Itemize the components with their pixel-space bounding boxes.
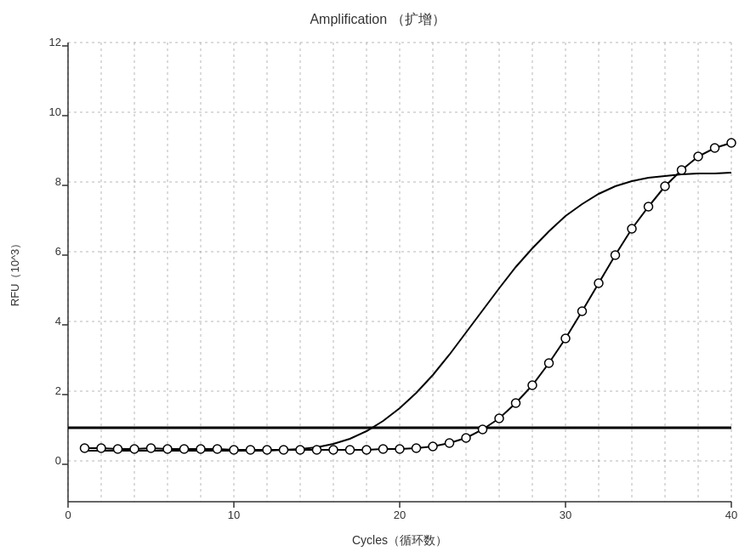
svg-text:0: 0 [65, 509, 71, 521]
svg-point-63 [412, 444, 421, 452]
svg-text:10: 10 [228, 509, 240, 521]
svg-point-49 [180, 445, 189, 453]
svg-text:30: 30 [560, 509, 571, 521]
svg-point-78 [661, 182, 669, 190]
svg-point-58 [329, 446, 338, 454]
svg-point-61 [379, 445, 388, 453]
svg-point-67 [479, 425, 487, 434]
svg-point-48 [163, 445, 172, 453]
svg-point-71 [545, 359, 554, 367]
svg-point-68 [495, 414, 503, 423]
svg-point-69 [512, 399, 520, 407]
svg-text:6: 6 [55, 245, 61, 258]
svg-point-72 [561, 334, 570, 343]
svg-point-44 [97, 444, 105, 452]
svg-point-55 [280, 446, 288, 454]
svg-point-50 [196, 445, 205, 453]
svg-text:2: 2 [55, 384, 61, 397]
x-axis-label: Cycles（循环数） [352, 533, 447, 547]
svg-point-81 [711, 144, 719, 152]
svg-point-53 [247, 446, 255, 454]
svg-text:8: 8 [55, 175, 61, 188]
svg-point-75 [611, 251, 620, 259]
svg-text:10: 10 [49, 105, 61, 118]
svg-point-66 [462, 434, 470, 442]
svg-point-76 [628, 225, 636, 233]
svg-text:4: 4 [55, 315, 61, 327]
svg-point-70 [528, 381, 537, 389]
svg-text:12: 12 [49, 36, 61, 48]
svg-point-80 [694, 152, 702, 161]
svg-point-56 [296, 446, 304, 454]
svg-point-73 [578, 307, 587, 315]
chart-container: Amplification （扩增） [0, 0, 756, 557]
svg-point-79 [678, 166, 686, 174]
svg-text:0: 0 [55, 454, 61, 467]
svg-point-62 [395, 445, 404, 453]
svg-text:20: 20 [394, 509, 406, 521]
svg-point-65 [446, 439, 454, 447]
svg-point-46 [130, 445, 139, 453]
svg-point-59 [346, 446, 355, 454]
svg-point-64 [429, 442, 437, 451]
svg-rect-0 [0, 0, 756, 557]
svg-point-60 [362, 446, 371, 454]
svg-point-82 [727, 139, 736, 147]
svg-point-77 [645, 202, 653, 211]
svg-point-43 [81, 444, 89, 452]
svg-text:40: 40 [725, 509, 737, 521]
svg-point-54 [263, 446, 271, 454]
amplification-chart: Amplification （扩增） [0, 0, 756, 557]
y-axis-label: RFU（10^3） [9, 238, 21, 307]
svg-point-51 [213, 445, 222, 453]
svg-point-47 [147, 444, 156, 452]
svg-point-52 [230, 446, 238, 454]
svg-point-45 [114, 445, 122, 453]
chart-title: Amplification （扩增） [310, 12, 445, 26]
svg-point-57 [313, 446, 321, 454]
svg-point-74 [594, 279, 603, 287]
